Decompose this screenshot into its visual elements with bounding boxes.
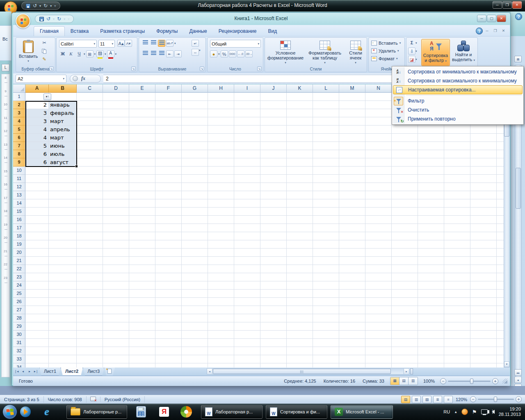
cell-H7[interactable] bbox=[208, 142, 234, 150]
cell-J6[interactable] bbox=[260, 134, 287, 142]
cell-I16[interactable] bbox=[234, 216, 260, 224]
cell-x10[interactable] bbox=[392, 167, 418, 175]
restore-button[interactable]: ❐ bbox=[502, 1, 512, 9]
cell-B34[interactable] bbox=[49, 363, 77, 368]
zoom-out-button[interactable]: − bbox=[440, 378, 446, 384]
column-header-L[interactable]: L bbox=[313, 84, 339, 93]
align-middle-icon[interactable] bbox=[150, 40, 157, 47]
cell-x7[interactable] bbox=[497, 142, 504, 150]
cell-I21[interactable] bbox=[234, 257, 260, 265]
cell-J28[interactable] bbox=[260, 314, 287, 322]
cell-J3[interactable] bbox=[260, 109, 287, 117]
cell-x10[interactable] bbox=[470, 167, 497, 175]
cell-B10[interactable] bbox=[49, 167, 77, 175]
cell-G3[interactable] bbox=[182, 109, 208, 117]
cell-H26[interactable] bbox=[208, 298, 234, 306]
cell-x28[interactable] bbox=[418, 314, 444, 322]
cell-C4[interactable] bbox=[77, 117, 103, 126]
cell-x17[interactable] bbox=[392, 224, 418, 232]
cell-G23[interactable] bbox=[182, 273, 208, 281]
cell-E3[interactable] bbox=[129, 109, 155, 117]
redo-dropdown[interactable]: ▾ bbox=[64, 17, 65, 21]
cell-I33[interactable] bbox=[234, 355, 260, 363]
cell-x5[interactable] bbox=[392, 126, 418, 134]
cell-x13[interactable] bbox=[497, 191, 504, 199]
ruler-toggle-button[interactable]: ▤ bbox=[514, 56, 522, 62]
cell-C8[interactable] bbox=[77, 150, 103, 158]
cell-B25[interactable] bbox=[49, 290, 77, 298]
paste-button[interactable]: Вставить ▾ bbox=[18, 39, 39, 65]
cell-C18[interactable] bbox=[77, 232, 103, 240]
cell-x25[interactable] bbox=[470, 290, 497, 298]
cell-H3[interactable] bbox=[208, 109, 234, 117]
row-header-29[interactable]: 29 bbox=[13, 322, 25, 331]
cell-E17[interactable] bbox=[129, 224, 155, 232]
cell-I2[interactable] bbox=[234, 101, 260, 109]
taskbar-window-word-2[interactable]: Сортировка и фи... bbox=[266, 405, 327, 419]
zoom-out-button[interactable]: − bbox=[470, 396, 476, 402]
print-layout-view-button[interactable]: ▤ bbox=[401, 396, 410, 403]
cell-C22[interactable] bbox=[77, 265, 103, 273]
cell-G24[interactable] bbox=[182, 281, 208, 290]
cell-x5[interactable] bbox=[470, 126, 497, 134]
clipboard-dialog-launcher[interactable]: ↘ bbox=[49, 66, 54, 71]
column-header-D[interactable]: D bbox=[103, 84, 129, 93]
cell-I29[interactable] bbox=[234, 322, 260, 331]
underline-button[interactable]: Ч bbox=[75, 50, 83, 57]
cell-K20[interactable] bbox=[287, 249, 313, 257]
cell-I14[interactable] bbox=[234, 199, 260, 208]
previous-sheet-button[interactable]: ◂ bbox=[20, 368, 26, 376]
cell-x12[interactable] bbox=[470, 183, 497, 191]
cell-C20[interactable] bbox=[77, 249, 103, 257]
cell-N32[interactable] bbox=[365, 347, 392, 355]
cell-I31[interactable] bbox=[234, 339, 260, 347]
cell-x16[interactable] bbox=[444, 216, 470, 224]
cell-J16[interactable] bbox=[260, 216, 287, 224]
cell-M20[interactable] bbox=[339, 249, 365, 257]
ribbon-tab-Данные[interactable]: Данные bbox=[183, 27, 212, 36]
zoom-slider-track[interactable] bbox=[448, 381, 491, 382]
undo-icon[interactable]: ↺ bbox=[33, 3, 37, 8]
row-header-9[interactable]: 9 bbox=[13, 158, 25, 167]
row-header-8[interactable]: 8 bbox=[13, 150, 25, 158]
borders-dropdown[interactable]: ▾ bbox=[94, 52, 96, 56]
previous-page-button[interactable]: ▴▴ bbox=[514, 369, 522, 376]
cell-A17[interactable] bbox=[25, 224, 49, 232]
cell-E8[interactable] bbox=[129, 150, 155, 158]
cell-F7[interactable] bbox=[155, 142, 182, 150]
cell-x12[interactable] bbox=[418, 183, 444, 191]
cell-G33[interactable] bbox=[182, 355, 208, 363]
cell-M27[interactable] bbox=[339, 306, 365, 314]
cell-x25[interactable] bbox=[497, 290, 504, 298]
cell-E18[interactable] bbox=[129, 232, 155, 240]
cell-D32[interactable] bbox=[103, 347, 129, 355]
cell-D29[interactable] bbox=[103, 322, 129, 331]
cell-M28[interactable] bbox=[339, 314, 365, 322]
cell-x18[interactable] bbox=[444, 232, 470, 240]
taskbar-window-word-1[interactable]: Лабораторная р... bbox=[201, 405, 262, 419]
cell-x22[interactable] bbox=[418, 265, 444, 273]
cell-C2[interactable] bbox=[77, 101, 103, 109]
increase-decimal-icon[interactable]: ←.0 bbox=[237, 50, 244, 57]
cell-C6[interactable] bbox=[77, 134, 103, 142]
cell-E31[interactable] bbox=[129, 339, 155, 347]
sheet-tab-Лист3[interactable]: Лист3 bbox=[83, 368, 104, 376]
cell-x17[interactable] bbox=[418, 224, 444, 232]
sort-filter-button[interactable]: АЯ Сортировка и фильтр ▾ bbox=[421, 39, 450, 66]
cell-J23[interactable] bbox=[260, 273, 287, 281]
find-select-button[interactable]: Найти и выделить ▾ bbox=[451, 39, 476, 66]
cell-I3[interactable] bbox=[234, 109, 260, 117]
cell-G1[interactable] bbox=[182, 93, 208, 101]
cell-D2[interactable] bbox=[103, 101, 129, 109]
cell-K28[interactable] bbox=[287, 314, 313, 322]
cell-E30[interactable] bbox=[129, 331, 155, 339]
align-center-icon[interactable] bbox=[150, 50, 157, 57]
cell-J20[interactable] bbox=[260, 249, 287, 257]
row-header-7[interactable]: 7 bbox=[13, 142, 25, 150]
insert-worksheet-tab[interactable]: * bbox=[104, 368, 115, 376]
cell-H10[interactable] bbox=[208, 167, 234, 175]
cell-x32[interactable] bbox=[444, 347, 470, 355]
cell-E29[interactable] bbox=[129, 322, 155, 331]
cell-E10[interactable] bbox=[129, 167, 155, 175]
cell-B30[interactable] bbox=[49, 331, 77, 339]
